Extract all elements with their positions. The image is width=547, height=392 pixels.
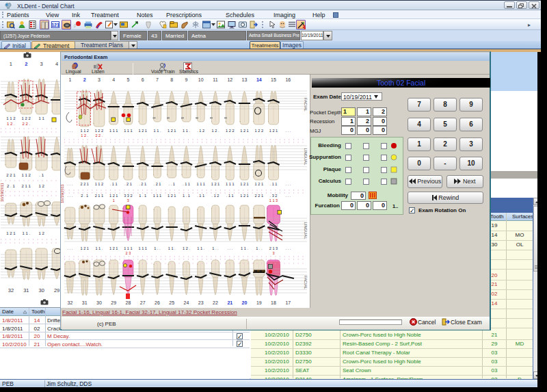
svg-text:28: 28 [126,300,131,305]
svg-text:1 2 1: 1 2 1 [240,129,248,133]
svg-text:. 2 1: . 2 1 [154,182,161,186]
svg-text:1 1 1: 1 1 1 [153,194,161,198]
svg-text:2 1 1: 2 1 1 [95,194,103,198]
svg-text:10: 10 [198,77,204,82]
svg-text:31: 31 [23,287,29,293]
svg-text:. 1 1: . 1 1 [270,182,278,186]
svg-text:1 2 1: 1 2 1 [109,246,118,250]
svg-text:. . .: . . . [68,182,73,186]
svg-text:1 2 .: 1 2 . [183,246,190,250]
svg-text:1 2 2: 1 2 2 [95,129,103,133]
svg-text:1 1 .: 1 1 . [22,231,30,235]
svg-text:3: 3 [127,198,129,202]
svg-text:1 2 1: 1 2 1 [80,246,88,250]
svg-text:2: 2 [25,61,27,67]
svg-text:32: 32 [8,287,14,293]
svg-text:1 . .: 1 . . [256,246,263,250]
svg-text:2 3: 2 3 [126,251,131,255]
svg-text:. 1 1: . 1 1 [226,194,234,198]
svg-text:29: 29 [111,300,116,305]
svg-text:25: 25 [169,300,174,305]
svg-text:1 1 1: 1 1 1 [124,246,132,250]
svg-text:1 2 1: 1 2 1 [240,182,248,186]
svg-text:1 2 1: 1 2 1 [168,129,176,133]
svg-text:31: 31 [82,300,88,305]
svg-text:5: 5 [126,77,129,82]
svg-text:1 1 1: 1 1 1 [138,246,146,250]
svg-text:. . 1: . . 1 [169,182,175,186]
svg-text:LINGUAL: LINGUAL [304,148,308,166]
svg-text:11: 11 [213,77,217,82]
svg-text:1 2 1: 1 2 1 [168,194,176,198]
svg-text:1 2 .: 1 2 . [7,122,15,126]
svg-text:2 . 1: 2 . 1 [7,184,15,188]
svg-text:. 2 1: . 2 1 [139,182,146,186]
svg-text:1 2 1: 1 2 1 [211,182,219,186]
svg-text:1 . .: 1 . . [212,246,219,250]
svg-text:1 . 1: 1 . 1 [183,194,190,198]
svg-text:30: 30 [39,287,44,293]
svg-text:1 1 2: 1 1 2 [22,173,31,177]
svg-text:26: 26 [155,300,160,305]
svg-text:LINGUAL: LINGUAL [304,222,308,240]
svg-text:1 1 2: 1 1 2 [80,129,88,133]
svg-text:. . .: . . . [68,129,73,133]
svg-text:3 3 2: 3 3 2 [124,194,132,198]
svg-text:23: 23 [198,300,204,305]
svg-text:1 2: 1 2 [39,184,45,188]
svg-text:22: 22 [213,300,218,305]
svg-text:2 1 3: 2 1 3 [269,246,278,250]
svg-text:18: 18 [271,300,276,305]
svg-text:10/19/2011: 10/19/2011 [0,183,4,202]
svg-text:2 1 1: 2 1 1 [22,184,31,188]
svg-text:1 2 1: 1 2 1 [6,231,16,235]
svg-text:2 . 1: 2 . 1 [81,194,88,198]
svg-text:. 1 1: . 1 1 [110,182,118,186]
svg-text:. . .: . . . [285,182,291,186]
svg-text:24: 24 [184,300,189,305]
svg-text:21: 21 [227,300,232,305]
svg-text:FACIAL: FACIAL [304,98,308,112]
svg-text:17: 17 [285,300,291,305]
svg-text:121: 121 [51,23,59,27]
svg-text:4: 4 [112,77,115,82]
svg-text:. . .: . . . [68,194,73,198]
svg-text:32: 32 [68,300,73,305]
svg-text:1 2 2: 1 2 2 [255,129,263,133]
svg-text:2: 2 [83,77,86,82]
svg-text:2 2 .: 2 2 . [22,122,30,126]
svg-text:16: 16 [285,77,291,82]
svg-text:1 1 .: 1 1 . [197,246,204,250]
svg-text:1: 1 [113,198,115,202]
svg-text:1 2: 1 2 [39,231,45,235]
svg-text:6: 6 [142,77,144,82]
svg-text:27: 27 [140,300,146,305]
svg-text:. 1 1: . 1 1 [197,194,204,198]
svg-text:. . .: . . . [227,246,232,250]
svg-text:1 1 1: 1 1 1 [109,129,118,133]
svg-text:30: 30 [96,300,102,305]
svg-text:1 2 1: 1 2 1 [138,129,146,133]
svg-text:1 2 .: 1 2 . [212,129,219,133]
svg-text:2 2 1: 2 2 1 [80,182,88,186]
svg-text:1 1 .: 1 1 . [95,246,103,250]
svg-text:1 1 3: 1 1 3 [269,198,278,202]
svg-text:1 1 2: 1 1 2 [6,116,16,120]
svg-text:. . .: . . . [285,194,291,198]
svg-text:4: 4 [55,61,58,67]
svg-text:3: 3 [98,77,101,82]
svg-text:1 1 .: 1 1 . [241,246,248,250]
svg-text:8: 8 [170,77,173,82]
svg-text:12: 12 [227,77,232,82]
svg-text:. 2 1: . 2 1 [124,182,132,186]
svg-text:. 3 2: . 3 2 [270,194,278,198]
svg-text:FACIAL: FACIAL [304,276,308,290]
svg-text:2 2 .: 2 2 . [95,133,103,138]
svg-text:1 . .: 1 . . [154,246,161,250]
svg-text:. 1 2: . 1 2 [212,194,219,198]
svg-text:. . .: . . . [285,129,291,133]
svg-text:14: 14 [256,77,262,82]
svg-text:2 2 1: 2 2 1 [255,194,263,198]
svg-text:1 1 .: 1 1 . [168,246,176,250]
svg-text:29: 29 [54,287,59,293]
